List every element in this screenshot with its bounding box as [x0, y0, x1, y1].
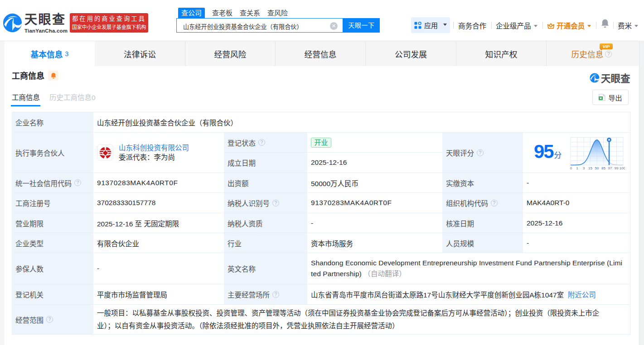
svg-text:97: 97 — [608, 166, 612, 170]
svg-text:99: 99 — [615, 166, 619, 170]
svg-text:50: 50 — [595, 166, 599, 170]
svg-text:0: 0 — [570, 166, 572, 170]
svg-text:85: 85 — [601, 166, 605, 170]
svg-text:1: 1 — [576, 166, 578, 170]
svg-text:100: 100 — [620, 166, 625, 170]
svg-text:3: 3 — [583, 166, 585, 170]
svg-text:15: 15 — [588, 166, 592, 170]
